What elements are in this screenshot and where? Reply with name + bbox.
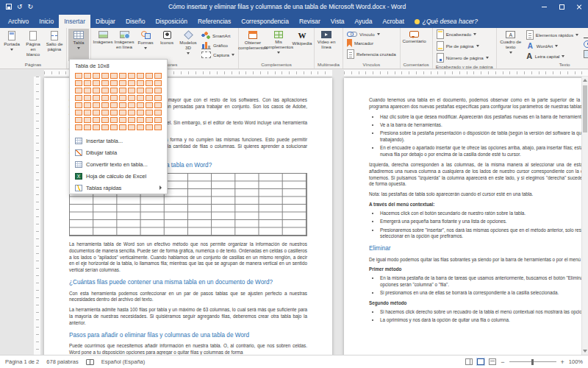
grid-cell[interactable] xyxy=(93,88,100,93)
marcador-button[interactable]: Marcador xyxy=(345,38,398,48)
grid-cell[interactable] xyxy=(110,80,118,86)
tab-correspondencia[interactable]: Correspondencia xyxy=(236,15,294,28)
grid-cell[interactable] xyxy=(75,88,82,93)
salto-de-pagina-button[interactable]: Salto de página xyxy=(44,29,65,61)
iconos-button[interactable]: Iconos xyxy=(157,29,177,61)
grid-cell[interactable] xyxy=(84,88,91,93)
scroll-down-icon[interactable] xyxy=(583,350,587,353)
tab-inicio[interactable]: Inicio xyxy=(34,15,59,28)
grafico-button[interactable]: Gráfico xyxy=(199,40,237,50)
comentario-button[interactable]: Comentario xyxy=(402,29,427,61)
zoom-out-button[interactable]: − xyxy=(501,358,504,366)
web-layout-button[interactable] xyxy=(489,358,496,365)
grid-cell[interactable] xyxy=(146,102,153,108)
encabezado-button[interactable]: Encabezado xyxy=(434,29,491,40)
grid-cell[interactable] xyxy=(154,102,162,108)
tab-vista[interactable]: Vista xyxy=(326,15,350,28)
imagenes-button[interactable]: Imágenes xyxy=(93,29,113,61)
grid-cell[interactable] xyxy=(119,110,126,116)
grid-cell[interactable] xyxy=(119,95,126,101)
save-icon[interactable] xyxy=(6,4,12,10)
tab-ayuda[interactable]: Ayuda xyxy=(350,15,378,28)
grid-cell[interactable] xyxy=(119,73,126,79)
grid-cell[interactable] xyxy=(110,88,118,93)
grid-cell[interactable] xyxy=(101,88,109,93)
grid-cell[interactable] xyxy=(75,117,82,123)
grid-cell[interactable] xyxy=(146,117,153,123)
portada-button[interactable]: Portada xyxy=(1,29,22,61)
grid-cell[interactable] xyxy=(128,110,135,116)
numero-de-pagina-button[interactable]: Número de página xyxy=(434,52,491,63)
hoja-excel-menu-item[interactable]: X Hoja de cálculo de Excel xyxy=(70,170,167,182)
mis-complementos-button[interactable]: Mis complementos xyxy=(266,29,291,61)
grid-cell[interactable] xyxy=(93,124,100,130)
grid-cell[interactable] xyxy=(154,88,162,93)
grid-cell[interactable] xyxy=(101,124,109,130)
grid-cell[interactable] xyxy=(119,117,126,123)
grid-cell[interactable] xyxy=(154,80,162,86)
grid-cell[interactable] xyxy=(154,124,162,130)
grid-cell[interactable] xyxy=(84,73,91,79)
grid-cell[interactable] xyxy=(93,73,100,79)
grid-cell[interactable] xyxy=(75,102,82,108)
smartart-button[interactable]: SmartArt xyxy=(199,31,237,40)
proofing-icon[interactable] xyxy=(86,359,94,365)
grid-cell[interactable] xyxy=(75,80,82,86)
grid-cell[interactable] xyxy=(146,88,153,93)
grid-cell[interactable] xyxy=(93,80,100,86)
grid-cell[interactable] xyxy=(75,95,82,101)
grid-cell[interactable] xyxy=(75,124,82,130)
document-page-2[interactable]: Cuando tenemos una tabla en el documento… xyxy=(344,78,588,355)
grid-cell[interactable] xyxy=(137,124,144,130)
wikipedia-button[interactable]: W Wikipedia xyxy=(292,29,312,61)
grid-cell[interactable] xyxy=(154,95,162,101)
close-button[interactable] xyxy=(570,0,588,13)
grid-cell[interactable] xyxy=(128,80,135,86)
tell-me-box[interactable]: ¿Qué desea hacer? xyxy=(409,15,483,28)
grid-cell[interactable] xyxy=(110,117,118,123)
grid-cell[interactable] xyxy=(128,124,135,130)
read-mode-button[interactable] xyxy=(465,358,473,365)
grid-cell[interactable] xyxy=(146,73,153,79)
zoom-level[interactable]: 100% xyxy=(569,358,583,365)
tab-disposicion[interactable]: Disposición xyxy=(150,15,192,28)
grid-cell[interactable] xyxy=(154,73,162,79)
redo-icon[interactable]: ↻ xyxy=(28,3,34,10)
pie-de-pagina-button[interactable]: Pie de página xyxy=(434,40,491,52)
zoom-slider-thumb[interactable] xyxy=(531,359,534,365)
grid-cell[interactable] xyxy=(93,110,100,116)
convertir-texto-menu-item[interactable]: Convertir texto en tabla... xyxy=(70,158,167,170)
grid-cell[interactable] xyxy=(110,73,118,79)
tabla-button[interactable]: Tabla xyxy=(68,29,89,61)
elementos-rapidos-button[interactable]: Elementos rápidos xyxy=(524,29,581,40)
grid-cell[interactable] xyxy=(119,88,126,93)
grid-cell[interactable] xyxy=(119,102,126,108)
grid-cell[interactable] xyxy=(84,95,91,101)
grid-cell[interactable] xyxy=(137,102,144,108)
grid-cell[interactable] xyxy=(137,73,144,79)
tablas-rapidas-menu-item[interactable]: Tablas rápidas xyxy=(70,182,167,194)
zoom-in-button[interactable]: + xyxy=(561,358,564,366)
grid-cell[interactable] xyxy=(93,117,100,123)
grid-cell[interactable] xyxy=(128,88,135,93)
cuadro-de-texto-button[interactable]: A Cuadro de texto xyxy=(498,29,523,61)
referencia-cruzada-button[interactable]: Referencia cruzada xyxy=(345,49,398,60)
grid-cell[interactable] xyxy=(137,88,144,93)
grid-cell[interactable] xyxy=(146,80,153,86)
grid-cell[interactable] xyxy=(146,124,153,130)
tab-revisar[interactable]: Revisar xyxy=(294,15,326,28)
grid-cell[interactable] xyxy=(146,95,153,101)
fecha-y-hora-button[interactable]: Fecha y hora xyxy=(581,40,588,49)
grid-cell[interactable] xyxy=(101,117,109,123)
formas-button[interactable]: Formas xyxy=(135,29,156,61)
grid-cell[interactable] xyxy=(110,102,118,108)
scroll-up-icon[interactable] xyxy=(583,79,587,82)
grid-cell[interactable] xyxy=(84,110,91,116)
grid-cell[interactable] xyxy=(119,80,126,86)
grid-cell[interactable] xyxy=(84,80,91,86)
grid-cell[interactable] xyxy=(101,73,109,79)
grid-cell[interactable] xyxy=(93,102,100,108)
insertar-tabla-menu-item[interactable]: Insertar tabla... xyxy=(70,135,167,146)
objeto-button[interactable]: Objeto xyxy=(581,49,588,59)
grid-cell[interactable] xyxy=(154,117,162,123)
